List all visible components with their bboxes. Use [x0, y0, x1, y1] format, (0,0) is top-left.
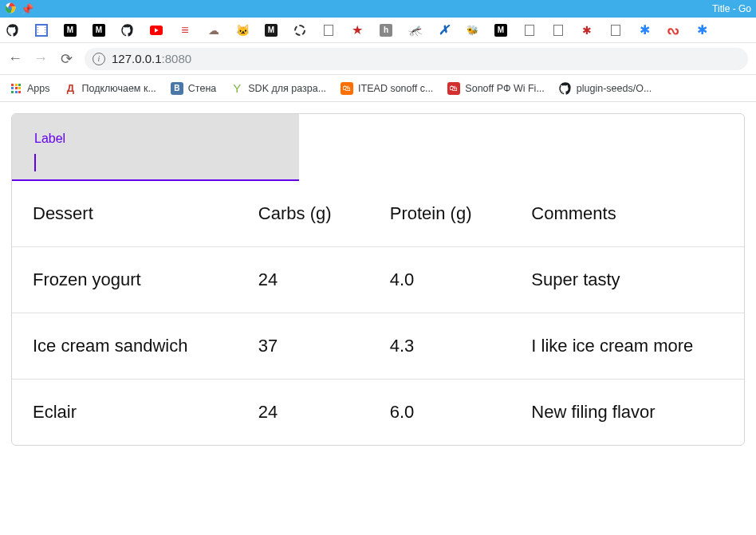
tab-favicon[interactable]: ✱	[581, 24, 593, 37]
bookmark-icon: 🛍	[341, 82, 353, 95]
bookmark-item[interactable]: Y SDK для разра...	[230, 82, 326, 95]
tab-favicon[interactable]: M	[93, 24, 105, 37]
text-field-caret	[34, 154, 36, 171]
tab-favicon[interactable]	[150, 24, 163, 37]
bookmark-label: Стена	[188, 83, 216, 94]
table-header-cell: Dessert	[12, 181, 238, 247]
tab-favicon[interactable]: ⋮⋮	[35, 24, 48, 37]
table-cell: New filing flavor	[510, 380, 744, 446]
bookmark-label: Apps	[27, 83, 50, 94]
bookmark-label: ITEAD sonoff c...	[358, 83, 433, 94]
bookmark-icon	[559, 82, 572, 95]
tab-favicon[interactable]: ✗	[437, 24, 450, 37]
table-row[interactable]: Ice cream sandwich 37 4.3 I like ice cre…	[12, 313, 744, 380]
tab-favicon[interactable]: ✱	[695, 24, 708, 37]
bookmark-label: plugin-seeds/O...	[577, 83, 652, 94]
table-row[interactable]: Eclair 24 6.0 New filing flavor	[12, 380, 744, 446]
bookmarks-apps[interactable]: Apps	[10, 82, 50, 95]
url-host: 127.0.0.1	[112, 52, 162, 65]
tab-favicon[interactable]: 🐝	[466, 24, 478, 37]
chrome-icon	[5, 2, 16, 16]
tab-favicon[interactable]	[293, 24, 306, 37]
bookmark-item[interactable]: 🛍 Sonoff РФ Wi Fi...	[447, 82, 544, 95]
tab-favicon[interactable]: ☁	[207, 24, 220, 37]
tab-favicon[interactable]: ᔓ	[667, 24, 679, 37]
reload-button[interactable]: ⟳	[59, 50, 73, 68]
table-row[interactable]: Frozen yogurt 24 4.0 Super tasty	[12, 247, 744, 313]
tab-favicon[interactable]: 🐱	[236, 24, 249, 37]
bookmark-item[interactable]: plugin-seeds/O...	[559, 82, 652, 95]
bookmark-item[interactable]: Д Подключаем к...	[65, 82, 156, 95]
address-bar[interactable]: i 127.0.0.1:8080	[85, 48, 748, 70]
browser-toolbar: ← → ⟳ i 127.0.0.1:8080	[0, 43, 756, 75]
bookmark-icon: B	[171, 82, 183, 95]
tab-favicon[interactable]: M	[494, 24, 507, 37]
tab-favicon[interactable]: ✱	[638, 24, 651, 37]
table-cell: 24	[238, 380, 369, 446]
bookmark-label: Подключаем к...	[82, 83, 156, 94]
tab-favicon[interactable]: ≡	[179, 24, 191, 37]
table-cell: Frozen yogurt	[12, 247, 238, 313]
tab-favicon[interactable]	[523, 24, 536, 37]
card: Label Dessert Carbs (g) Protein (g) Comm…	[11, 113, 745, 446]
page-content: Label Dessert Carbs (g) Protein (g) Comm…	[0, 102, 756, 457]
table-cell: Eclair	[12, 380, 238, 446]
table-header-row: Dessert Carbs (g) Protein (g) Comments	[12, 181, 744, 247]
tab-favicon[interactable]: h	[380, 24, 392, 37]
tab-favicon[interactable]: M	[265, 24, 278, 37]
tab-favicon[interactable]	[322, 24, 335, 37]
bookmark-item[interactable]: 🛍 ITEAD sonoff c...	[341, 82, 433, 95]
bookmark-icon: 🛍	[447, 82, 460, 95]
table-cell: 4.3	[369, 313, 511, 380]
tab-favicon[interactable]	[121, 24, 134, 37]
tab-favicon[interactable]	[552, 24, 565, 37]
bookmark-icon: Д	[65, 82, 77, 95]
table-cell: 24	[238, 247, 369, 313]
tab-favicon[interactable]	[6, 24, 19, 37]
tab-favicon[interactable]: M	[64, 24, 77, 37]
url-port: :8080	[162, 52, 192, 65]
table-cell: 37	[238, 313, 369, 380]
table-cell: Ice cream sandwich	[12, 313, 238, 380]
bookmark-label: Sonoff РФ Wi Fi...	[465, 83, 544, 94]
bookmark-label: SDK для разра...	[248, 83, 326, 94]
table-header-cell: Comments	[510, 181, 744, 247]
tab-favicon[interactable]	[609, 24, 622, 37]
forward-button[interactable]: →	[33, 50, 48, 67]
browser-tab-strip: ⋮⋮ M M ≡ ☁ 🐱 M ★ h 🦟 ✗ 🐝 M ✱ ✱ ᔓ ✱	[0, 18, 756, 43]
bookmarks-bar: Apps Д Подключаем к... B Стена Y SDK для…	[0, 75, 756, 102]
table-header-cell: Carbs (g)	[238, 181, 369, 247]
table-cell: I like ice cream more	[510, 313, 744, 380]
site-info-icon[interactable]: i	[93, 53, 105, 65]
text-field[interactable]: Label	[12, 114, 299, 181]
pin-icon[interactable]: 📌	[21, 3, 33, 15]
apps-icon	[10, 82, 22, 95]
tab-favicon[interactable]: 🦟	[408, 24, 421, 37]
window-title-bar: 📌 Title - Go	[0, 0, 756, 18]
back-button[interactable]: ←	[8, 50, 22, 67]
bookmark-icon: Y	[230, 82, 243, 95]
tab-favicon[interactable]: ★	[351, 24, 364, 37]
window-title: Title - Go	[712, 3, 751, 14]
table-header-cell: Protein (g)	[369, 181, 511, 247]
table-cell: 6.0	[369, 380, 511, 446]
data-table: Dessert Carbs (g) Protein (g) Comments F…	[12, 181, 744, 445]
table-cell: 4.0	[369, 247, 511, 313]
table-cell: Super tasty	[510, 247, 744, 313]
bookmark-item[interactable]: B Стена	[171, 82, 216, 95]
text-field-label: Label	[34, 132, 277, 146]
